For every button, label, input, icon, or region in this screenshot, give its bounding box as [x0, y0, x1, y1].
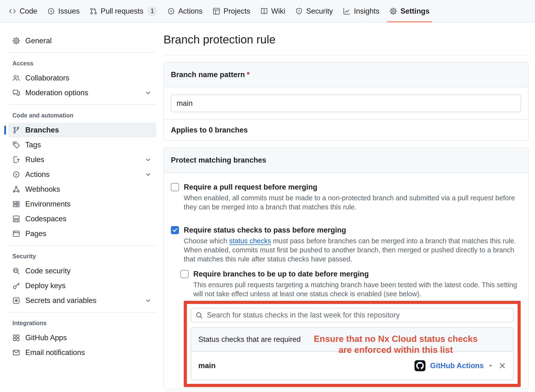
pull-requests-count-badge: 1	[147, 6, 157, 16]
require-status-checks-checkbox[interactable]	[171, 226, 179, 234]
tab-wiki[interactable]: Wiki	[256, 0, 290, 22]
sidebar-item-label: Collaborators	[25, 74, 69, 82]
branch-name-pattern-card: Branch name pattern* Applies to 0 branch…	[163, 62, 529, 141]
sidebar-divider	[8, 312, 156, 313]
sidebar-item-deploy-keys[interactable]: Deploy keys	[8, 278, 156, 293]
annotation-line-1: Ensure that no Nx Cloud status checks	[301, 334, 491, 344]
gear-icon	[389, 7, 397, 15]
setting-description: This ensures pull requests targeting a m…	[193, 280, 521, 298]
sidebar-item-general[interactable]: General	[8, 33, 156, 48]
branch-name-pattern-input[interactable]	[171, 95, 521, 112]
chevron-down-icon[interactable]	[144, 171, 152, 178]
search-icon	[195, 312, 203, 319]
sidebar-section-integrations: Integrations	[12, 320, 156, 327]
chevron-down-icon[interactable]	[144, 89, 152, 97]
github-actions-link[interactable]: GitHub Actions	[430, 361, 484, 370]
tab-label: Projects	[224, 7, 250, 16]
server-icon	[12, 200, 20, 208]
git-pull-request-icon	[90, 7, 97, 15]
chevron-down-icon[interactable]	[144, 156, 152, 164]
tab-settings[interactable]: Settings	[385, 0, 434, 22]
require-up-to-date-checkbox[interactable]	[180, 270, 189, 278]
secrets-icon	[12, 297, 20, 304]
sidebar-item-environments[interactable]: Environments	[8, 197, 156, 212]
chevron-down-icon[interactable]	[144, 297, 152, 304]
status-checks-list-header-label: Status checks that are required	[198, 335, 301, 344]
require-pull-request-checkbox[interactable]	[171, 183, 179, 191]
gear-icon	[12, 37, 20, 45]
issue-opened-icon	[47, 7, 55, 15]
people-icon	[12, 74, 20, 82]
setting-require-status-checks: Require status checks to pass before mer…	[171, 225, 521, 264]
github-mark-icon	[414, 360, 425, 371]
rules-icon	[12, 156, 20, 164]
tab-insights[interactable]: Insights	[339, 0, 384, 22]
sidebar-item-label: Actions	[25, 170, 50, 179]
status-checks-link[interactable]: status checks	[229, 237, 271, 245]
sidebar-item-label: Codespaces	[25, 215, 66, 223]
sidebar-item-label: Pages	[25, 229, 46, 238]
sidebar-item-email-notifications[interactable]: Email notifications	[8, 345, 156, 360]
sidebar-section-security: Security	[12, 253, 156, 260]
sidebar-item-label: Moderation options	[25, 89, 88, 97]
sidebar-item-label: GitHub Apps	[25, 334, 67, 342]
sidebar-item-label: Deploy keys	[25, 281, 66, 290]
code-icon	[9, 7, 16, 15]
required-status-checks-list: Status checks that are required Ensure t…	[191, 327, 514, 380]
tab-security[interactable]: Security	[291, 0, 337, 22]
protect-matching-branches-card: Protect matching branches Require a pull…	[163, 148, 529, 389]
sidebar-item-pages[interactable]: Pages	[8, 226, 156, 241]
sidebar-item-rules[interactable]: Rules	[8, 152, 156, 167]
check-icon	[172, 227, 178, 233]
sidebar-item-tags[interactable]: Tags	[8, 138, 156, 152]
sidebar-section-code-automation: Code and automation	[12, 112, 156, 119]
tab-label: Actions	[178, 7, 203, 16]
tab-issues[interactable]: Issues	[43, 0, 84, 22]
branch-name-pattern-header: Branch name pattern*	[164, 62, 528, 87]
tab-label: Insights	[354, 7, 379, 16]
sidebar-item-branches[interactable]: Branches	[8, 123, 156, 138]
setting-description: Choose which status checks must pass bef…	[184, 236, 521, 264]
sidebar-item-label: Tags	[25, 141, 41, 149]
sidebar-item-code-security[interactable]: Code security	[8, 264, 156, 278]
sidebar-item-codespaces[interactable]: Codespaces	[8, 212, 156, 226]
tab-label: Settings	[400, 7, 430, 16]
branch-protection-content: Branch protection rule Branch name patte…	[156, 22, 535, 392]
setting-label: Require a pull request before merging	[184, 182, 521, 192]
tab-label: Security	[306, 7, 333, 16]
key-icon	[12, 282, 20, 290]
tab-projects[interactable]: Projects	[208, 0, 255, 22]
sidebar-item-label: Code security	[25, 267, 71, 275]
table-icon	[213, 7, 220, 15]
caret-down-icon[interactable]	[488, 363, 493, 368]
setting-label: Require branches to be up to date before…	[193, 269, 521, 279]
tab-pull-requests[interactable]: Pull requests 1	[85, 0, 162, 22]
sidebar-item-secrets-variables[interactable]: Secrets and variables	[8, 293, 156, 308]
sidebar-divider	[8, 245, 156, 246]
required-asterisk: *	[247, 70, 250, 79]
tab-label: Pull requests	[101, 7, 143, 16]
sidebar-item-actions[interactable]: Actions	[8, 167, 156, 182]
sidebar-item-label: General	[25, 37, 52, 45]
webhook-icon	[12, 185, 20, 193]
book-icon	[260, 7, 268, 15]
git-branch-icon	[12, 126, 20, 134]
tab-label: Code	[20, 7, 37, 16]
remove-status-check-icon[interactable]	[498, 362, 506, 370]
sidebar-item-collaborators[interactable]: Collaborators	[8, 71, 156, 85]
sidebar-item-webhooks[interactable]: Webhooks	[8, 182, 156, 197]
sidebar-item-moderation-options[interactable]: Moderation options	[8, 85, 156, 100]
settings-sidebar: General Access Collaborators Moderation …	[0, 22, 156, 392]
status-check-name: main	[198, 361, 215, 370]
branch-name-pattern-label: Branch name pattern	[171, 70, 245, 79]
tab-actions[interactable]: Actions	[163, 0, 207, 22]
setting-description: When enabled, all commits must be made t…	[184, 193, 521, 212]
tab-code[interactable]: Code	[4, 0, 42, 22]
status-checks-search-input[interactable]	[191, 308, 514, 322]
play-icon	[12, 171, 20, 178]
sidebar-item-label: Email notifications	[25, 348, 85, 357]
sidebar-item-github-apps[interactable]: GitHub Apps	[8, 330, 156, 345]
setting-label: Require status checks to pass before mer…	[184, 225, 521, 235]
browser-icon	[12, 230, 20, 238]
apps-icon	[12, 334, 20, 342]
